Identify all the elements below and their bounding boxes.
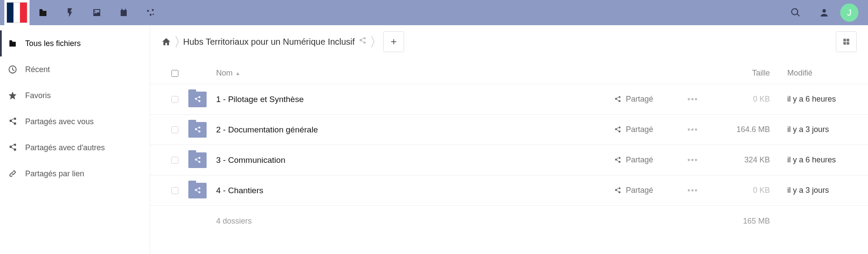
files-app-icon[interactable] [30,0,56,25]
row-size: 324 KB [713,155,770,165]
view-toggle-button[interactable] [836,31,857,52]
shared-folder-icon [188,183,207,198]
share-status[interactable]: Partagé [614,125,687,134]
sidebar-item-shared-with-others[interactable]: Partagés avec d'autres [0,135,150,161]
table-row[interactable]: 3 - CommunicationPartagé•••324 KBil y a … [150,145,868,175]
breadcrumb-share[interactable] [358,36,367,47]
row-checkbox[interactable] [171,96,178,103]
row-size: 164.6 MB [713,125,770,134]
shared-folder-icon [188,152,207,168]
table-row[interactable]: 4 - ChantiersPartagé•••0 KBil y a 3 jour… [150,175,868,206]
column-name-label: Nom [216,69,233,78]
svg-point-2 [150,14,151,16]
share-label: Partagé [626,95,653,104]
summary-size: 165 MB [713,217,770,226]
sidebar: Tous les fichiers Récent Favoris Partagé… [0,25,150,254]
table-row[interactable]: 1 - Pilotage et SynthèsePartagé•••0 KBil… [150,84,868,115]
share-label: Partagé [626,186,653,195]
column-modified[interactable]: Modifié [770,69,857,78]
table-row[interactable]: 2 - Documentation généralePartagé•••164.… [150,115,868,145]
svg-point-3 [152,13,154,15]
sidebar-item-shared-with-you[interactable]: Partagés avec vous [0,109,150,135]
svg-rect-5 [847,39,849,41]
share-label: Partagé [626,125,653,134]
star-icon [8,91,17,100]
share-label: Partagé [626,155,653,165]
share-icon [194,156,201,164]
search-icon[interactable] [783,0,808,25]
top-header: J [0,0,868,25]
svg-rect-6 [843,42,846,45]
row-checkbox[interactable] [171,126,178,133]
svg-point-1 [152,9,154,11]
share-icon [614,187,621,195]
breadcrumb-current[interactable]: Hubs Territoriaux pour un Numérique Incl… [183,37,355,47]
svg-point-0 [147,10,149,12]
sidebar-item-label: Partagés avec d'autres [25,143,105,152]
row-checkbox[interactable] [171,187,178,194]
row-modified: il y a 6 heures [770,95,857,104]
share-icon [614,156,621,164]
share-icon [614,126,621,134]
row-name[interactable]: 4 - Chantiers [214,186,614,195]
share-icon [8,143,17,152]
activity-app-icon[interactable] [56,0,83,25]
row-name[interactable]: 2 - Documentation générale [214,125,614,135]
sidebar-item-shared-by-link[interactable]: Partagés par lien [0,161,150,187]
share-status[interactable]: Partagé [614,155,687,165]
more-actions-button[interactable]: ••• [687,95,698,103]
svg-rect-7 [847,42,849,45]
row-modified: il y a 6 heures [770,155,857,165]
sidebar-item-label: Partagés avec vous [25,117,94,126]
sidebar-item-all-files[interactable]: Tous les fichiers [0,30,150,56]
table-header: Nom ▲ Taille Modifié [150,63,868,84]
share-icon [358,36,367,45]
breadcrumb-separator-icon [370,35,375,48]
link-icon [8,169,17,178]
shared-folder-icon [188,122,207,138]
sidebar-item-label: Favoris [25,91,51,100]
sort-asc-icon: ▲ [235,70,240,76]
shared-folder-icon [188,92,207,107]
row-modified: il y a 3 jours [770,125,857,134]
row-name[interactable]: 3 - Communication [214,155,614,165]
graph-app-icon[interactable] [137,0,164,25]
row-modified: il y a 3 jours [770,186,857,195]
row-checkbox[interactable] [171,157,178,164]
svg-rect-4 [843,39,846,41]
row-name[interactable]: 1 - Pilotage et Synthèse [214,95,614,104]
select-all-checkbox[interactable] [171,70,178,77]
share-icon [194,126,201,134]
topbar-apps [30,0,164,25]
sidebar-item-recent[interactable]: Récent [0,56,150,82]
share-status[interactable]: Partagé [614,186,687,195]
sidebar-item-favorites[interactable]: Favoris [0,82,150,109]
more-actions-button[interactable]: ••• [687,155,698,164]
main-content: Hubs Territoriaux pour un Numérique Incl… [150,25,868,254]
breadcrumb-home[interactable] [161,37,171,46]
user-avatar[interactable]: J [840,3,858,22]
contacts-icon[interactable] [812,0,837,25]
home-icon [161,37,171,46]
summary-row: 4 dossiers 165 MB [150,206,868,236]
share-status[interactable]: Partagé [614,95,687,104]
row-size: 0 KB [713,95,770,104]
more-actions-button[interactable]: ••• [687,125,698,134]
column-size[interactable]: Taille [713,69,770,78]
share-icon [8,117,17,126]
grid-icon [842,38,850,46]
sidebar-item-label: Partagés par lien [25,169,84,178]
app-logo[interactable] [4,0,30,25]
breadcrumb-separator-icon [174,35,180,48]
row-size: 0 KB [713,186,770,195]
plus-icon: + [391,36,397,48]
more-actions-button[interactable]: ••• [687,186,698,195]
topbar-right: J [783,0,864,25]
sidebar-item-label: Tous les fichiers [25,39,81,48]
share-icon [194,187,201,195]
sidebar-item-label: Récent [25,65,50,74]
gallery-app-icon[interactable] [83,0,110,25]
column-name[interactable]: Nom ▲ [214,69,614,78]
add-button[interactable]: + [383,31,404,52]
calendar-app-icon[interactable] [110,0,137,25]
